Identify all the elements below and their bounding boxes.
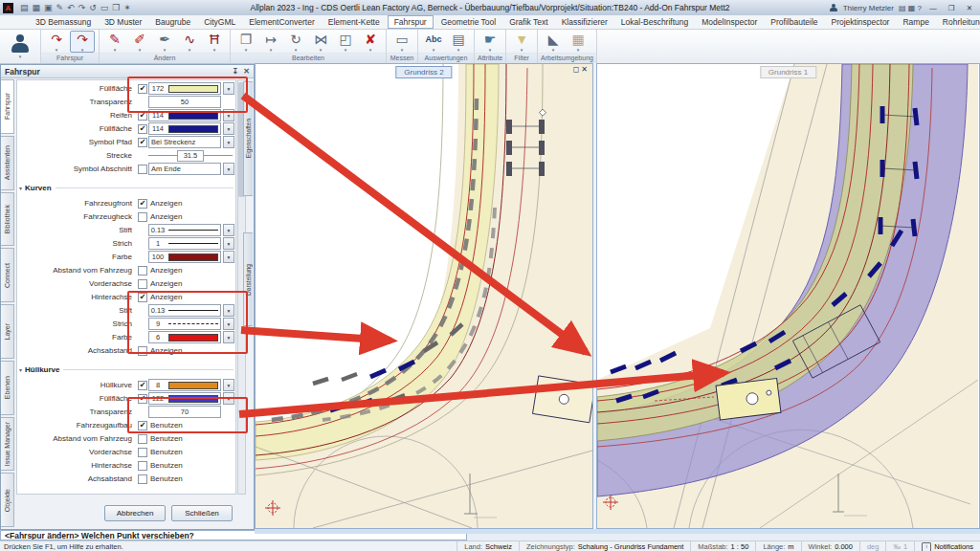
screen-icon[interactable]: ▤	[899, 4, 908, 12]
slider[interactable]: 31.5	[148, 150, 233, 162]
ribbon-tab-fahrspur[interactable]: Fahrspur	[388, 15, 434, 29]
ribbon-tab-element-kette[interactable]: Element-Kette	[323, 16, 386, 28]
allplan-logo-icon[interactable]: A	[3, 3, 13, 13]
user-avatar-icon[interactable]	[830, 4, 838, 12]
user-name[interactable]: Thierry Metzler	[843, 4, 894, 12]
checkbox[interactable]: ✔	[138, 124, 147, 134]
measure-icon[interactable]: ▭▾	[390, 32, 413, 52]
cancel-button[interactable]: Abbrechen	[104, 505, 166, 521]
viewport-grundriss-2[interactable]: Grundriss 2 ◻✕	[255, 63, 593, 529]
ribbon-tab-profilbauteile[interactable]: Profilbauteile	[765, 16, 823, 28]
palette-tab-layer[interactable]: Layer	[1, 304, 14, 359]
ribbon-tab-baugrube[interactable]: Baugrube	[149, 16, 196, 28]
ribbon-tab-grafik-text[interactable]: Grafik Text	[503, 16, 553, 28]
linestyle-field[interactable]: 0.13	[148, 304, 221, 317]
checkbox[interactable]	[138, 165, 147, 174]
dropdown-button[interactable]: ▾	[223, 136, 234, 148]
checkbox[interactable]: ✔	[138, 421, 147, 430]
viewport-grundriss-1[interactable]: Grundriss 1	[596, 63, 980, 529]
modify-pencil-icon[interactable]: ✎▾	[103, 32, 126, 52]
filter-funnel-icon[interactable]: ▼▾	[510, 32, 533, 52]
dropdown-button[interactable]: ▾	[223, 237, 234, 250]
dropdown-button[interactable]: ▾	[223, 379, 234, 391]
workspace-triangle-icon[interactable]: ◣▾	[542, 32, 565, 52]
workspace-grid-icon[interactable]: ▦▾	[567, 32, 590, 52]
checkbox[interactable]: ✔	[138, 111, 147, 121]
checkbox[interactable]	[138, 346, 147, 356]
viewport-scroll-strip[interactable]	[255, 529, 980, 534]
close-button[interactable]: ✕	[963, 4, 976, 12]
panel-side-tab-darstellung[interactable]: Darstellung	[243, 232, 253, 326]
abc-label-icon[interactable]: Abc▾	[422, 32, 445, 52]
edit-icon[interactable]: ✎	[56, 4, 64, 12]
color-field[interactable]: 114	[148, 109, 221, 121]
modify-symbol-icon[interactable]: ✒▾	[153, 32, 176, 52]
dropdown-button[interactable]: ▾	[223, 304, 234, 317]
dropdown-button[interactable]: ▾	[223, 122, 234, 135]
select-field[interactable]: Am Ende	[148, 163, 221, 175]
palette-tab-fahrspur[interactable]: Fahrspur	[1, 79, 14, 134]
scale-icon[interactable]: ◰▾	[334, 32, 357, 52]
stretch-icon[interactable]: ↦▾	[259, 32, 282, 52]
panel-close-icon[interactable]: ✕	[243, 67, 250, 76]
dropdown-button[interactable]: ▾	[223, 224, 234, 236]
dropdown-button[interactable]: ▾	[223, 82, 234, 95]
minimize-button[interactable]: —	[926, 4, 940, 12]
shop-icon[interactable]: ▦	[908, 4, 918, 12]
window-icon[interactable]: ❐	[112, 4, 120, 12]
report-icon[interactable]: ▤▾	[447, 32, 470, 52]
modify-point-icon[interactable]: ✐▾	[128, 32, 151, 52]
color-field[interactable]: 114	[148, 122, 221, 135]
checkbox[interactable]: ✔	[138, 293, 147, 302]
fahrspur-create-icon[interactable]: ↷▾	[45, 32, 68, 52]
ribbon-tab-projektinspector[interactable]: Projektinspector	[826, 16, 896, 28]
value-input[interactable]: 50	[148, 96, 221, 108]
ribbon-tab-lokal-beschriftung[interactable]: Lokal-Beschriftung	[615, 16, 694, 28]
checkbox[interactable]	[138, 279, 147, 289]
actionbar-user-button[interactable]: ▾	[0, 30, 41, 63]
select-field[interactable]: Bei Streckenz	[148, 136, 221, 148]
value-input[interactable]: 70	[148, 406, 221, 418]
section-header-h-llkurve[interactable]: ▾Hüllkurve	[19, 364, 234, 375]
copy-icon[interactable]: ❐▾	[234, 32, 257, 52]
checkbox[interactable]	[138, 448, 147, 457]
viewport-label[interactable]: Grundriss 2	[395, 66, 452, 78]
help-icon[interactable]: ?	[918, 4, 922, 12]
palette-tab-assistenten[interactable]: Assistenten	[1, 136, 14, 190]
palette-tab-bibliothek[interactable]: Bibliothek	[1, 192, 14, 247]
color-field[interactable]: 6	[148, 331, 221, 343]
redo-icon[interactable]: ↷	[78, 4, 86, 12]
checkbox[interactable]: ✔	[138, 394, 147, 404]
open-icon[interactable]: ▤	[20, 4, 29, 12]
checkbox[interactable]	[138, 212, 147, 222]
save-icon[interactable]: ▣	[44, 4, 53, 12]
panel-titlebar[interactable]: Fahrspur ↧ ✕	[1, 65, 254, 78]
view-icon[interactable]: ▭	[100, 4, 109, 12]
status-notifications[interactable]: iNotifications	[914, 541, 980, 551]
checkbox[interactable]	[138, 474, 147, 484]
checkbox[interactable]: ✔	[138, 138, 147, 147]
linestyle-field[interactable]: 9	[148, 318, 221, 330]
viewport-window-controls[interactable]: ◻✕	[573, 65, 590, 74]
dropdown-button[interactable]: ▾	[223, 163, 234, 175]
rotate-icon[interactable]: ↻▾	[284, 32, 307, 52]
checkbox[interactable]: ✔	[138, 199, 147, 209]
mirror-icon[interactable]: ⋈▾	[309, 32, 332, 52]
ribbon-tab-rampe[interactable]: Rampe	[897, 16, 934, 28]
color-field[interactable]: 8	[148, 379, 221, 391]
maximize-button[interactable]: ❐	[945, 4, 958, 12]
ribbon-tab-citygml[interactable]: CityGML	[198, 16, 241, 28]
ribbon-tab-3d-muster[interactable]: 3D Muster	[99, 16, 147, 28]
ribbon-tab-rohrleitung[interactable]: Rohrleitung	[937, 16, 980, 28]
palette-tab-objekte[interactable]: Objekte	[1, 473, 14, 527]
checkbox[interactable]	[138, 266, 147, 276]
ribbon-tab-elementconverter[interactable]: ElementConverter	[243, 16, 321, 28]
ribbon-tab-geometrie-tool[interactable]: Geometrie Tool	[435, 16, 501, 28]
viewport-label[interactable]: Grundriss 1	[760, 66, 816, 78]
project-navigator-icon[interactable]: ▦	[33, 4, 41, 12]
dropdown-button[interactable]: ▾	[223, 109, 234, 121]
ribbon-tab-klassifizierer[interactable]: Klassifizierer	[556, 16, 613, 28]
checkbox[interactable]: ✔	[138, 381, 147, 390]
color-field[interactable]: 122	[148, 392, 221, 405]
dropdown-button[interactable]: ▾	[223, 318, 234, 330]
